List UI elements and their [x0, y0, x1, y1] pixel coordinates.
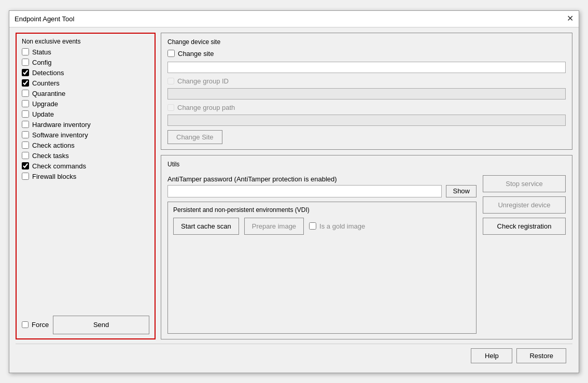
change-group-path-checkbox [167, 104, 174, 111]
change-group-path-label: Change group path [167, 104, 566, 111]
change-group-id-label: Change group ID [167, 77, 566, 85]
is-gold-image-text: Is a gold image [319, 222, 365, 230]
checkbox-quarantine-input[interactable] [22, 90, 29, 97]
site-input-row [167, 62, 566, 73]
checkbox-check-commands-input[interactable] [22, 162, 29, 169]
change-site-row: Change site [167, 50, 566, 58]
utils-inner: AntiTamper password (AntiTamper protecti… [167, 175, 566, 334]
checkbox-check-tasks-label: Check tasks [32, 152, 69, 160]
utils-title: Utils [167, 161, 566, 168]
checkbox-hardware-inventory[interactable]: Hardware inventory [22, 121, 149, 129]
change-device-site-title: Change device site [167, 38, 566, 46]
checkbox-counters-input[interactable] [22, 79, 29, 87]
checkbox-detections-label: Detections [32, 69, 64, 77]
title-bar: Endpoint Agent Tool ✕ [9, 11, 579, 27]
is-gold-image-label[interactable]: Is a gold image [309, 222, 365, 230]
checkbox-firewall-blocks-label: Firewall blocks [32, 173, 76, 180]
left-panel: Non exclusive events Status Config [16, 33, 156, 339]
checkbox-software-inventory[interactable]: Software inventory [22, 131, 149, 139]
checkbox-config[interactable]: Config [22, 59, 149, 66]
window-title: Endpoint Agent Tool [15, 15, 74, 23]
change-group-id-text: Change group ID [177, 77, 229, 85]
checkbox-hardware-inventory-label: Hardware inventory [32, 121, 91, 129]
check-registration-button[interactable]: Check registration [483, 218, 566, 235]
checkbox-upgrade-label: Upgrade [32, 100, 58, 108]
vdi-title: Persistent and non-persistent environmen… [173, 206, 471, 214]
restore-button[interactable]: Restore [516, 348, 566, 363]
group-id-text-input [167, 88, 566, 100]
checkbox-software-inventory-label: Software inventory [32, 131, 88, 139]
checkbox-check-actions-input[interactable] [22, 141, 29, 149]
force-label: Force [32, 321, 49, 329]
checkbox-software-inventory-input[interactable] [22, 131, 29, 138]
is-gold-image-checkbox[interactable] [309, 222, 316, 230]
checkbox-check-commands-label: Check commands [32, 162, 86, 170]
checkbox-config-input[interactable] [22, 59, 29, 66]
window-body: Non exclusive events Status Config [9, 27, 579, 373]
unregister-device-button[interactable]: Unregister device [483, 196, 566, 214]
checkbox-status-input[interactable] [22, 48, 29, 55]
vdi-group: Persistent and non-persistent environmen… [167, 202, 477, 334]
antitamper-row: AntiTamper password (AntiTamper protecti… [167, 175, 477, 197]
site-text-input[interactable] [167, 62, 566, 73]
checkbox-config-label: Config [32, 59, 52, 66]
start-cache-scan-button[interactable]: Start cache scan [173, 218, 239, 235]
change-group-path-row: Change group path [167, 104, 566, 111]
change-group-path-text: Change group path [177, 104, 235, 111]
antitamper-input-row: Show [167, 185, 477, 197]
checkbox-counters[interactable]: Counters [22, 79, 149, 87]
close-button[interactable]: ✕ [567, 15, 573, 23]
checkbox-list: Status Config Detections Counters [22, 48, 149, 313]
utils-right: Stop service Unregister device Check reg… [483, 175, 566, 334]
send-button[interactable]: Send [53, 316, 149, 334]
stop-service-button[interactable]: Stop service [483, 175, 566, 192]
checkbox-check-tasks-input[interactable] [22, 152, 29, 159]
force-checkbox-input[interactable] [22, 321, 29, 328]
utils-left: AntiTamper password (AntiTamper protecti… [167, 175, 477, 334]
footer: Help Restore [16, 344, 572, 367]
checkbox-detections[interactable]: Detections [22, 69, 149, 77]
checkbox-update-input[interactable] [22, 110, 29, 118]
checkbox-check-commands[interactable]: Check commands [22, 162, 149, 170]
prepare-image-button[interactable]: Prepare image [244, 218, 304, 235]
checkbox-firewall-blocks[interactable]: Firewall blocks [22, 173, 149, 180]
checkbox-quarantine-label: Quarantine [32, 90, 65, 97]
change-group-id-checkbox [167, 78, 174, 84]
checkbox-quarantine[interactable]: Quarantine [22, 90, 149, 97]
group-path-input-row [167, 115, 566, 126]
change-site-label: Change site [178, 50, 214, 58]
checkbox-check-tasks[interactable]: Check tasks [22, 152, 149, 160]
antitamper-label: AntiTamper password (AntiTamper protecti… [167, 175, 477, 183]
main-content: Non exclusive events Status Config [16, 33, 572, 339]
group-path-text-input [167, 115, 566, 126]
checkbox-upgrade[interactable]: Upgrade [22, 100, 149, 108]
main-window: Endpoint Agent Tool ✕ Non exclusive even… [9, 10, 579, 373]
checkbox-detections-input[interactable] [22, 69, 29, 76]
change-site-button[interactable]: Change Site [167, 130, 222, 144]
checkbox-firewall-blocks-input[interactable] [22, 173, 29, 180]
checkbox-status-label: Status [32, 48, 51, 56]
checkbox-update[interactable]: Update [22, 110, 149, 118]
change-site-checkbox-label[interactable]: Change site [167, 50, 214, 58]
checkbox-status[interactable]: Status [22, 48, 149, 56]
change-site-checkbox[interactable] [167, 50, 175, 57]
change-device-site-section: Change device site Change site Ch [161, 33, 572, 150]
group-title: Non exclusive events [22, 38, 149, 45]
force-checkbox-label[interactable]: Force [22, 321, 49, 329]
checkbox-update-label: Update [32, 110, 54, 118]
non-exclusive-events-group: Non exclusive events Status Config [16, 33, 156, 339]
bottom-controls: Force Send [22, 316, 149, 334]
checkbox-check-actions-label: Check actions [32, 141, 75, 149]
antitamper-password-input[interactable] [167, 185, 442, 197]
checkbox-upgrade-input[interactable] [22, 100, 29, 107]
show-password-button[interactable]: Show [446, 185, 477, 197]
checkbox-check-actions[interactable]: Check actions [22, 141, 149, 149]
group-id-input-row [167, 88, 566, 100]
checkbox-hardware-inventory-input[interactable] [22, 121, 29, 128]
utils-section: Utils AntiTamper password (AntiTamper pr… [161, 155, 572, 339]
right-panel: Change device site Change site Ch [161, 33, 572, 339]
vdi-buttons: Start cache scan Prepare image Is a gold… [173, 218, 471, 235]
help-button[interactable]: Help [471, 348, 512, 363]
checkbox-counters-label: Counters [32, 79, 60, 87]
change-group-id-row: Change group ID [167, 77, 566, 85]
